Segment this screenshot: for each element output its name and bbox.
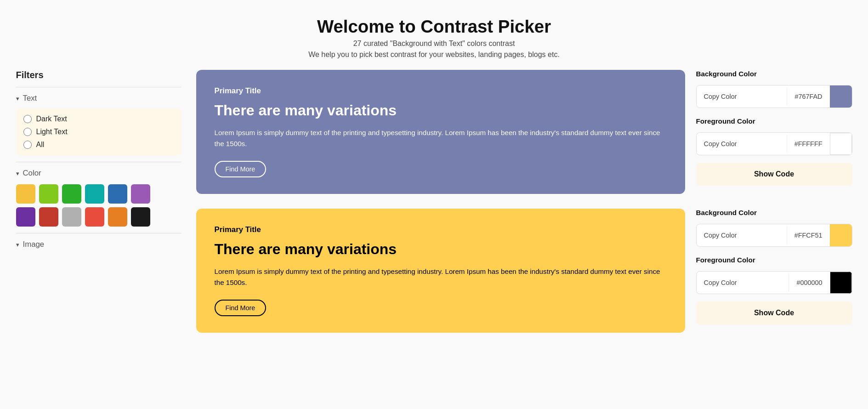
radio-dark-text-label: Dark Text: [36, 115, 67, 123]
radio-light-text-label: Light Text: [36, 128, 68, 136]
sidebar: Filters ▾ Text Dark Text Light Text All: [16, 70, 182, 333]
color-swatch-3[interactable]: [85, 184, 104, 204]
radio-all-label: All: [36, 141, 45, 149]
color-filter-label: Color: [23, 169, 41, 178]
card-body-0: Lorem Ipsum is simply dummy text of the …: [215, 127, 667, 150]
bg-hex-value-1: #FFCF51: [787, 226, 830, 244]
fg-color-label-0: Foreground Color: [696, 117, 852, 125]
color-swatch-8[interactable]: [62, 207, 81, 227]
preview-card-0: Primary Title There are many variations …: [196, 70, 685, 194]
bg-copy-button-0[interactable]: Copy Color: [697, 87, 787, 106]
bg-copy-row-1: Copy Color #FFCF51: [696, 224, 852, 247]
fg-copy-row-0: Copy Color #FFFFFF: [696, 132, 852, 155]
primary-title-1: Primary Title: [215, 225, 667, 234]
image-filter-header[interactable]: ▾ Image: [16, 240, 182, 249]
color-swatch-grid: [16, 184, 182, 227]
preview-card-1: Primary Title There are many variations …: [196, 209, 685, 333]
color-swatch-0[interactable]: [16, 184, 35, 204]
bg-color-preview-0: [830, 85, 852, 108]
card-row-1: Primary Title There are many variations …: [196, 209, 852, 333]
main-layout: Filters ▾ Text Dark Text Light Text All: [7, 70, 862, 351]
subtitle-2: We help you to pick best contrast for yo…: [9, 51, 859, 59]
fg-hex-value-0: #FFFFFF: [787, 135, 830, 153]
color-swatch-1[interactable]: [39, 184, 58, 204]
radio-dark-text[interactable]: Dark Text: [23, 115, 174, 123]
radio-dark-text-input[interactable]: [23, 115, 32, 123]
color-swatch-10[interactable]: [108, 207, 127, 227]
color-swatch-9[interactable]: [85, 207, 104, 227]
primary-title-0: Primary Title: [215, 86, 667, 96]
text-filter-header[interactable]: ▾ Text: [16, 94, 182, 103]
image-filter-label: Image: [23, 240, 45, 249]
fg-hex-value-1: #000000: [789, 273, 829, 292]
fg-copy-button-0[interactable]: Copy Color: [697, 135, 787, 153]
fg-copy-row-1: Copy Color #000000: [696, 271, 852, 294]
bg-hex-value-0: #767FAD: [787, 87, 829, 106]
radio-light-text[interactable]: Light Text: [23, 128, 174, 136]
chevron-down-icon-image: ▾: [16, 241, 19, 248]
bg-copy-row-0: Copy Color #767FAD: [696, 85, 852, 108]
page-header: Welcome to Contrast Picker 27 curated "B…: [0, 0, 868, 70]
radio-all-text[interactable]: All: [23, 141, 174, 149]
sidebar-title: Filters: [16, 70, 182, 80]
info-panel-1: Background Color Copy Color #FFCF51 Fore…: [696, 209, 852, 324]
card-heading-1: There are many variations: [215, 241, 667, 258]
color-filter-section: ▾ Color: [16, 162, 182, 233]
text-filter-label: Text: [23, 94, 37, 103]
bg-copy-button-1[interactable]: Copy Color: [697, 226, 787, 244]
card-row-0: Primary Title There are many variations …: [196, 70, 852, 194]
color-swatch-7[interactable]: [39, 207, 58, 227]
card-heading-0: There are many variations: [215, 102, 667, 119]
radio-light-text-input[interactable]: [23, 128, 32, 136]
chevron-down-icon: ▾: [16, 95, 19, 102]
chevron-down-icon-color: ▾: [16, 170, 19, 177]
fg-color-preview-0: [830, 133, 852, 155]
subtitle-1: 27 curated "Background with Text" colors…: [9, 40, 859, 48]
info-panel-0: Background Color Copy Color #767FAD Fore…: [696, 70, 852, 186]
bg-color-preview-1: [830, 224, 852, 246]
radio-all-input[interactable]: [23, 141, 32, 149]
text-radio-group: Dark Text Light Text All: [16, 108, 182, 155]
show-code-button-1[interactable]: Show Code: [696, 301, 852, 324]
color-swatch-4[interactable]: [108, 184, 127, 204]
page-title: Welcome to Contrast Picker: [9, 17, 859, 37]
fg-copy-button-1[interactable]: Copy Color: [697, 273, 789, 292]
color-swatch-5[interactable]: [131, 184, 150, 204]
color-swatch-11[interactable]: [131, 207, 150, 227]
image-filter-section: ▾ Image: [16, 233, 182, 256]
bg-color-label-1: Background Color: [696, 209, 852, 216]
color-filter-header[interactable]: ▾ Color: [16, 169, 182, 178]
fg-color-preview-1: [830, 272, 852, 294]
color-swatch-6[interactable]: [16, 207, 35, 227]
show-code-button-0[interactable]: Show Code: [696, 163, 852, 186]
content-area: Primary Title There are many variations …: [196, 70, 852, 333]
color-swatch-2[interactable]: [62, 184, 81, 204]
card-body-1: Lorem Ipsum is simply dummy text of the …: [215, 266, 667, 289]
find-more-button-0[interactable]: Find More: [215, 161, 267, 177]
bg-color-label-0: Background Color: [696, 70, 852, 78]
find-more-button-1[interactable]: Find More: [215, 300, 267, 316]
fg-color-label-1: Foreground Color: [696, 256, 852, 264]
text-filter-section: ▾ Text Dark Text Light Text All: [16, 87, 182, 162]
